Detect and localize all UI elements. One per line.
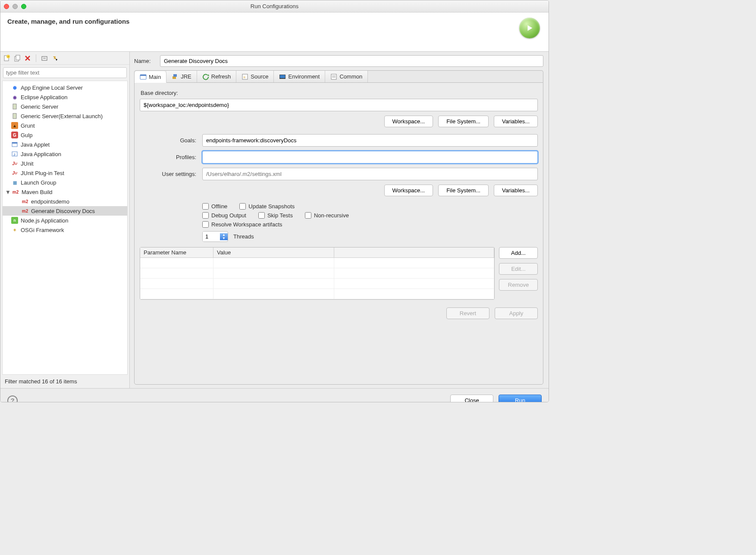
tree-item[interactable]: Generic Server(External Launch) [3,111,127,121]
add-param-button[interactable]: Add... [499,247,538,259]
tab-icon: ≡ [242,73,248,80]
tab-icon [140,73,147,80]
tree-item-label: Generic Server(External Launch) [21,113,103,119]
tab-label: Source [251,73,268,80]
goals-label: Goals: [140,137,198,144]
param-value-header: Value [213,248,334,257]
svg-rect-21 [280,75,285,78]
tree-item[interactable]: nNode.js Application [3,216,127,225]
titlebar: Run Configurations [0,0,549,13]
run-button[interactable]: Run [499,395,542,402]
profiles-input[interactable] [202,151,538,163]
tree-item-label: OSGi Framework [21,227,64,233]
svg-text:J: J [13,153,15,157]
tree-item[interactable]: m2endpointsdemo [3,197,127,206]
duplicate-config-button[interactable] [13,54,21,62]
resolve-workspace-checkbox[interactable]: Resolve Workspace artifacts [202,221,282,228]
variables-button[interactable]: Variables... [494,116,538,127]
tab-label: Refresh [211,73,231,80]
threads-label: Threads [233,233,254,240]
tree-item[interactable]: Generic Server [3,102,127,111]
filesystem-button-2[interactable]: File System... [438,185,489,196]
filter-input[interactable] [3,67,127,78]
tree-item[interactable]: Java Applet [3,140,127,149]
tree-item[interactable]: ⬢App Engine Local Server [3,83,127,92]
tree-item-label: Gulp [21,132,32,138]
tree-item[interactable]: JUJUnit Plug-in Test [3,168,127,178]
base-directory-label: Base directory: [141,90,538,96]
filter-button[interactable]: ▾ [51,54,59,62]
skip-tests-checkbox[interactable]: Skip Tests [258,212,293,219]
tab-main-body: Base directory: Workspace... File System… [134,82,543,385]
tab-environment[interactable]: Environment [274,71,325,82]
svg-rect-11 [12,142,17,144]
threads-spinner[interactable]: ▲▼ [202,231,228,242]
tree-item[interactable]: JJava Application [3,149,127,159]
tree-item[interactable]: ▲Grunt [3,121,127,130]
workspace-button-2[interactable]: Workspace... [384,185,433,196]
tab-main[interactable]: Main [135,71,166,83]
svg-rect-15 [140,75,146,76]
svg-rect-9 [13,113,16,119]
tree-item-label: JUnit [21,160,34,167]
tree-item[interactable]: m2Generate Discovery Docs [3,206,127,216]
tab-common[interactable]: Common [325,71,368,82]
tree-toolbar: + ▾ [0,52,129,65]
base-directory-input[interactable] [140,99,538,111]
tab-label: Environment [288,73,320,80]
tree-item[interactable]: ▦Launch Group [3,178,127,187]
dialog-footer: ? Close Run [0,388,549,402]
left-panel: + ▾ ⬢App Engine Local Server◉Eclipse App… [0,52,130,388]
svg-rect-17 [173,74,177,77]
tab-refresh[interactable]: Refresh [197,71,237,82]
tree-item[interactable]: ◉Eclipse Application [3,92,127,102]
collapse-all-button[interactable] [41,54,48,62]
revert-button[interactable]: Revert [446,307,489,319]
delete-config-button[interactable] [24,54,31,62]
filesystem-button[interactable]: File System... [438,116,489,127]
tree-item[interactable]: ✦OSGi Framework [3,225,127,235]
svg-text:+: + [7,55,9,59]
tree-item[interactable]: ▼m2Maven Build [3,187,127,197]
tree-item-label: Generic Server [21,103,58,110]
goals-input[interactable] [202,134,538,147]
config-tree[interactable]: ⬢App Engine Local Server◉Eclipse Applica… [2,81,128,375]
tree-item[interactable]: GGulp [3,130,127,140]
dialog-header: Create, manage, and run configurations [0,13,549,52]
svg-rect-4 [16,55,20,60]
user-settings-input[interactable] [202,168,538,180]
tree-item-label: App Engine Local Server [21,85,83,91]
tab-icon [279,73,286,80]
workspace-button[interactable]: Workspace... [384,116,433,127]
tree-item-label: Java Applet [21,141,50,148]
tab-label: Common [339,73,362,80]
tab-icon [202,73,209,80]
name-label: Name: [134,58,156,64]
tree-item-label: Grunt [21,122,35,129]
tab-jre[interactable]: JRE [166,71,197,82]
user-settings-label: User settings: [140,171,198,177]
remove-param-button[interactable]: Remove [499,279,538,291]
variables-button-2[interactable]: Variables... [494,185,538,196]
tab-label: Main [149,74,161,80]
tree-item[interactable]: JUJUnit [3,159,127,168]
edit-param-button[interactable]: Edit... [499,263,538,275]
close-button[interactable]: Close [450,395,493,402]
offline-checkbox[interactable]: Offline [202,203,227,210]
param-name-header: Parameter Name [140,248,213,257]
svg-text:▾: ▾ [56,58,57,62]
tree-item-label: Generate Discovery Docs [31,208,95,214]
apply-button[interactable]: Apply [495,307,538,319]
name-input[interactable] [160,55,543,67]
svg-text:≡: ≡ [243,75,245,79]
help-icon[interactable]: ? [7,395,18,403]
parameter-table[interactable]: Parameter Name Value [140,247,495,300]
run-icon [519,18,540,38]
new-config-button[interactable]: + [3,54,11,62]
tab-label: JRE [181,73,191,80]
non-recursive-checkbox[interactable]: Non-recursive [305,212,349,219]
right-panel: Name: MainJRERefresh≡SourceEnvironmentCo… [130,52,549,388]
tab-source[interactable]: ≡Source [236,71,274,82]
debug-output-checkbox[interactable]: Debug Output [202,212,246,219]
update-snapshots-checkbox[interactable]: Update Snapshots [239,203,295,210]
